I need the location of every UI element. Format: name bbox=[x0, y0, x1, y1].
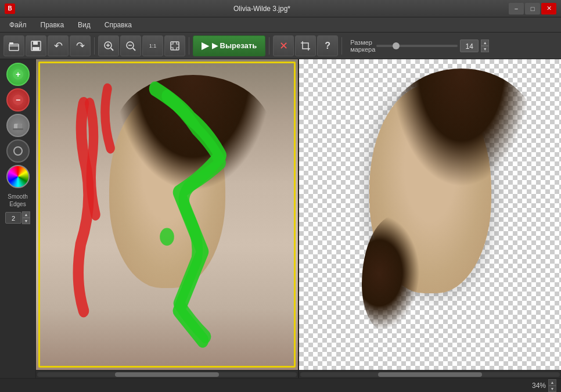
zoom-spin-buttons: ▲ ▼ bbox=[548, 379, 556, 392]
brush-overlay bbox=[36, 59, 298, 370]
title-bar: B Olivia-Wilde 3.jpg* − □ ✕ bbox=[0, 0, 561, 17]
main-area: + − Smooth Edges 2 ▲ ▼ bbox=[0, 59, 561, 378]
smooth-edges-decrement[interactable]: ▼ bbox=[22, 218, 30, 224]
cutout-image-panel[interactable] bbox=[298, 59, 561, 370]
status-bar: 34% ▲ ▼ bbox=[0, 378, 561, 392]
right-scrollbar-track[interactable] bbox=[300, 372, 560, 377]
left-scrollbar-track[interactable] bbox=[37, 372, 297, 377]
color-picker-tool[interactable] bbox=[6, 165, 30, 188]
zoom-reset-button[interactable]: 1:1 bbox=[142, 35, 163, 56]
zoom-fit-button[interactable] bbox=[164, 35, 185, 56]
red-marker-tool[interactable]: − bbox=[6, 88, 30, 112]
marker-decrement[interactable]: ▼ bbox=[481, 46, 489, 52]
images-row bbox=[36, 59, 561, 370]
right-scrollbar-thumb[interactable] bbox=[378, 372, 482, 377]
zoom-level: 34% bbox=[532, 382, 546, 390]
svg-rect-4 bbox=[33, 47, 39, 51]
crop-button[interactable] bbox=[295, 35, 316, 56]
marker-size-label: Размермаркера bbox=[350, 39, 375, 53]
smooth-edges-increment[interactable]: ▲ bbox=[22, 211, 30, 218]
canvas-area bbox=[36, 59, 561, 378]
svg-rect-12 bbox=[171, 42, 179, 50]
zoom-increment[interactable]: ▲ bbox=[548, 379, 556, 386]
marker-increment[interactable]: ▲ bbox=[481, 39, 489, 46]
svg-rect-19 bbox=[13, 128, 23, 130]
left-scrollbar-thumb[interactable] bbox=[115, 372, 219, 377]
scrollbar-row bbox=[36, 370, 561, 378]
marker-spin-buttons: ▲ ▼ bbox=[481, 39, 489, 52]
toolbar: ↶ ↷ 1:1 ▶ ▶ Вырезать ✕ ? Размермаркера 1… bbox=[0, 33, 561, 59]
open-button[interactable] bbox=[3, 35, 24, 56]
maximize-button[interactable]: □ bbox=[525, 3, 540, 15]
cancel-button[interactable]: ✕ bbox=[273, 35, 294, 56]
marker-value: 14 bbox=[460, 39, 479, 52]
redo-button[interactable]: ↷ bbox=[70, 35, 91, 56]
svg-text:+: + bbox=[15, 70, 20, 79]
eraser-tool[interactable] bbox=[6, 114, 30, 137]
menu-help[interactable]: Справка bbox=[98, 19, 139, 31]
menu-edit[interactable]: Правка bbox=[34, 19, 71, 31]
menu-view[interactable]: Вид bbox=[71, 19, 98, 31]
svg-line-11 bbox=[133, 48, 135, 51]
smooth-edges-control: 2 ▲ ▼ bbox=[5, 211, 30, 224]
smooth-edges-label: Smooth Edges bbox=[2, 193, 33, 208]
marker-slider-container: 14 ▲ ▼ bbox=[376, 39, 489, 52]
window-title: Olivia-Wilde 3.jpg* bbox=[15, 5, 509, 13]
toolbar-separator-3 bbox=[269, 37, 269, 55]
cut-button[interactable]: ▶ ▶ Вырезать bbox=[193, 35, 265, 56]
svg-line-8 bbox=[111, 48, 113, 51]
smooth-edges-value: 2 bbox=[5, 212, 21, 224]
marker-slider[interactable] bbox=[376, 45, 458, 47]
svg-rect-0 bbox=[9, 44, 19, 51]
marker-slider-thumb[interactable] bbox=[393, 42, 400, 49]
smooth-edges-spin: ▲ ▼ bbox=[22, 211, 30, 224]
window-controls: − □ ✕ bbox=[509, 3, 556, 15]
green-marker-tool[interactable]: + bbox=[6, 63, 30, 86]
svg-point-21 bbox=[160, 228, 174, 246]
right-scrollbar-container bbox=[299, 371, 561, 378]
zoom-out-button[interactable] bbox=[120, 35, 141, 56]
zoom-in-button[interactable] bbox=[98, 35, 119, 56]
svg-rect-1 bbox=[9, 42, 13, 45]
svg-point-20 bbox=[14, 147, 22, 155]
svg-text:−: − bbox=[15, 95, 20, 105]
minimize-button[interactable]: − bbox=[509, 3, 524, 15]
close-button[interactable]: ✕ bbox=[541, 3, 556, 15]
svg-rect-3 bbox=[33, 41, 38, 45]
zoom-decrement[interactable]: ▼ bbox=[548, 386, 556, 392]
help-button[interactable]: ? bbox=[317, 35, 338, 56]
save-button[interactable] bbox=[26, 35, 46, 56]
toolbar-separator-2 bbox=[189, 37, 189, 55]
toolbar-separator-1 bbox=[94, 37, 95, 55]
menu-file[interactable]: Файл bbox=[2, 19, 34, 31]
menu-bar: Файл Правка Вид Справка bbox=[0, 17, 561, 33]
original-image-panel[interactable] bbox=[36, 59, 298, 370]
left-sidebar: + − Smooth Edges 2 ▲ ▼ bbox=[0, 59, 36, 378]
circle-tool[interactable] bbox=[6, 139, 30, 163]
app-icon: B bbox=[5, 3, 15, 14]
left-scrollbar-container bbox=[36, 371, 298, 378]
undo-button[interactable]: ↶ bbox=[48, 35, 69, 56]
toolbar-separator-4 bbox=[341, 37, 342, 55]
